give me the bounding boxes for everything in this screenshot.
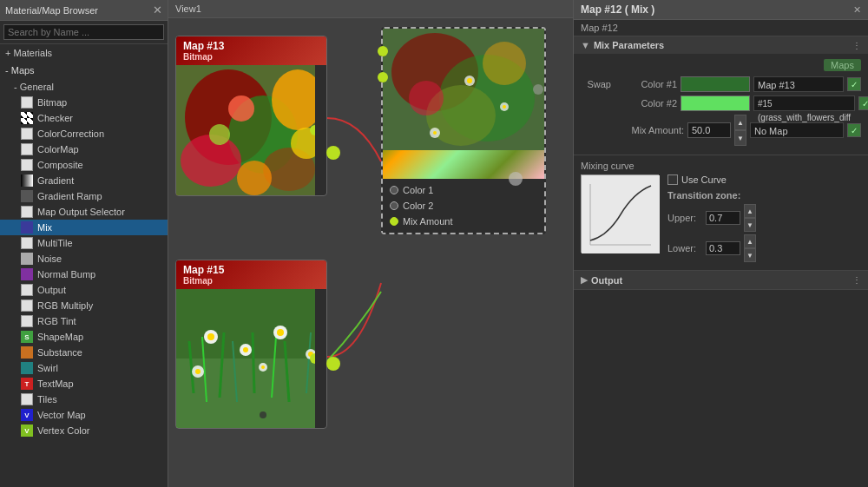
svg-point-26: [277, 329, 284, 336]
color2-dot: [390, 201, 398, 210]
amount-down-btn[interactable]: ▼: [734, 130, 746, 146]
sidebar-item-tiles[interactable]: Tiles: [0, 392, 168, 407]
color1-swatch[interactable]: [681, 76, 750, 92]
upper-down-btn[interactable]: ▼: [744, 218, 756, 232]
output-collapse-icon: ⋮: [852, 275, 861, 285]
color1-label: Color 1: [403, 185, 433, 195]
general-label: - General: [14, 82, 54, 92]
viewport-canvas[interactable]: Map #13 Bitmap: [168, 18, 573, 487]
node12-inputs: Color 1 Color 2 Mix Amount: [383, 179, 544, 233]
lower-up-btn[interactable]: ▲: [744, 234, 756, 248]
mixing-curve-title: Mixing curve: [581, 161, 861, 171]
maps-header-row: Maps: [581, 59, 861, 71]
sidebar-item-checker[interactable]: Checker: [0, 110, 168, 126]
node-map12[interactable]: Map #12 Mix ≡: [381, 27, 546, 234]
output-arrow: ▶: [581, 274, 588, 286]
checker-label: Checker: [37, 113, 73, 123]
mixamount-dot: [390, 217, 398, 226]
output-header[interactable]: ▶ Output ⋮: [574, 271, 868, 289]
sidebar-item-vertexcolor[interactable]: V Vertex Color: [0, 423, 168, 438]
upper-input[interactable]: [706, 211, 740, 225]
sidebar-item-rgbmultiply[interactable]: RGB Multiply: [0, 298, 168, 313]
sidebar-item-output[interactable]: Output: [0, 282, 168, 298]
svg-point-32: [261, 365, 265, 369]
sidebar-item-colorcorrection[interactable]: ColorCorrection: [0, 126, 168, 141]
node15-output-dot[interactable]: [310, 353, 315, 364]
color1-check[interactable]: ✓: [847, 77, 861, 91]
sidebar-item-noise[interactable]: Noise: [0, 251, 168, 267]
lower-input[interactable]: [706, 241, 740, 255]
rgbtint-label: RGB Tint: [37, 316, 76, 326]
mix-amount-input[interactable]: [687, 122, 731, 138]
composite-label: Composite: [37, 160, 83, 170]
right-panel-close-icon[interactable]: ✕: [853, 4, 861, 16]
sidebar-item-rgbtint[interactable]: RGB Tint: [0, 313, 168, 329]
node12-input-color1[interactable]: Color 1: [383, 182, 544, 198]
materials-section[interactable]: + Materials: [0, 44, 168, 62]
close-icon[interactable]: ✕: [153, 3, 162, 16]
use-curve-label: Use Curve: [681, 174, 727, 185]
use-curve-checkbox[interactable]: [667, 174, 678, 185]
color2-param-row: Color #2 #15 (grass_with_flowers_diff ✓: [581, 95, 861, 111]
node12-input-mixamount[interactable]: Mix Amount: [383, 214, 544, 229]
right-panel: Map #12 ( Mix ) ✕ Map #12 ▼ Mix Paramete…: [573, 0, 868, 487]
tiles-label: Tiles: [37, 394, 57, 405]
maps-section[interactable]: - Maps: [0, 62, 168, 79]
sidebar-item-colormap[interactable]: ColorMap: [0, 141, 168, 157]
left-panel: Material/Map Browser ✕ + Materials - Map…: [0, 0, 168, 487]
amount-up-btn[interactable]: ▲: [734, 115, 746, 130]
sidebar-item-vectormap[interactable]: V Vector Map: [0, 407, 168, 423]
node-map13[interactable]: Map #13 Bitmap: [175, 36, 327, 196]
mix-params-collapse-icon: ⋮: [852, 41, 861, 50]
mix-parameters-header[interactable]: ▼ Mix Parameters ⋮: [574, 36, 868, 54]
node12-color1-dot[interactable]: [378, 46, 388, 56]
substance-label: Substance: [37, 347, 82, 358]
lower-down-btn[interactable]: ▼: [744, 248, 756, 262]
node12-color2-dot[interactable]: [378, 72, 388, 82]
color2-label: Color 2: [403, 201, 433, 211]
color2-check[interactable]: ✓: [858, 96, 868, 110]
sidebar-item-composite[interactable]: Composite: [0, 157, 168, 173]
nomap-check[interactable]: ✓: [847, 123, 861, 137]
svg-point-38: [409, 81, 444, 115]
gradientramp-label: Gradient Ramp: [37, 191, 102, 201]
normalbump-icon: [21, 268, 33, 280]
noise-label: Noise: [37, 253, 62, 264]
sidebar-item-swirl[interactable]: Swirl: [0, 360, 168, 376]
sidebar-item-normalbump[interactable]: Normal Bump: [0, 267, 168, 282]
node13-thumbnail: [176, 65, 315, 195]
sidebar-item-multitile[interactable]: MultiTile: [0, 235, 168, 251]
node13-output-dot[interactable]: [310, 125, 315, 135]
sidebar-item-shapemap[interactable]: S ShapeMap: [0, 329, 168, 345]
color2-map-text[interactable]: #15 (grass_with_flowers_diff: [753, 95, 855, 111]
node15-title: Map #15: [183, 264, 224, 276]
bitmap-label: Bitmap: [37, 97, 67, 108]
node15-thumbnail: [176, 289, 315, 428]
right-panel-title: Map #12 ( Mix ): [581, 3, 654, 16]
sidebar-item-mix[interactable]: Mix: [0, 220, 168, 235]
sidebar-item-bitmap[interactable]: Bitmap: [0, 95, 168, 110]
shapemap-icon: S: [21, 331, 33, 343]
sidebar-item-mapoutputselector[interactable]: Map Output Selector: [0, 204, 168, 220]
sidebar-item-gradientramp[interactable]: Gradient Ramp: [0, 188, 168, 204]
general-subsection[interactable]: - General: [0, 79, 168, 95]
node-map15[interactable]: Map #15 Bitmap: [175, 260, 327, 429]
mapoutputselector-icon: [21, 206, 33, 218]
search-input[interactable]: [3, 24, 164, 40]
sidebar-item-substance[interactable]: Substance: [0, 345, 168, 360]
svg-point-41: [467, 78, 472, 83]
checker-icon: [21, 112, 33, 124]
panel-title: Material/Map Browser: [5, 5, 98, 16]
sidebar-item-gradient[interactable]: Gradient: [0, 173, 168, 188]
color1-map-text[interactable]: Map #13 (fruits.jpg): [753, 76, 844, 92]
upper-up-btn[interactable]: ▲: [744, 204, 756, 218]
node12-input-color2[interactable]: Color 2: [383, 198, 544, 214]
sidebar-item-textmap[interactable]: T TextMap: [0, 376, 168, 392]
output-title: Output: [591, 275, 622, 286]
mix-label: Mix: [37, 222, 52, 233]
left-sections: + Materials - Maps - General Bitmap Chec…: [0, 44, 168, 487]
svg-point-39: [483, 42, 526, 85]
no-map-text[interactable]: No Map: [750, 122, 844, 138]
color2-swatch[interactable]: [681, 95, 750, 111]
curve-canvas[interactable]: [581, 174, 659, 253]
